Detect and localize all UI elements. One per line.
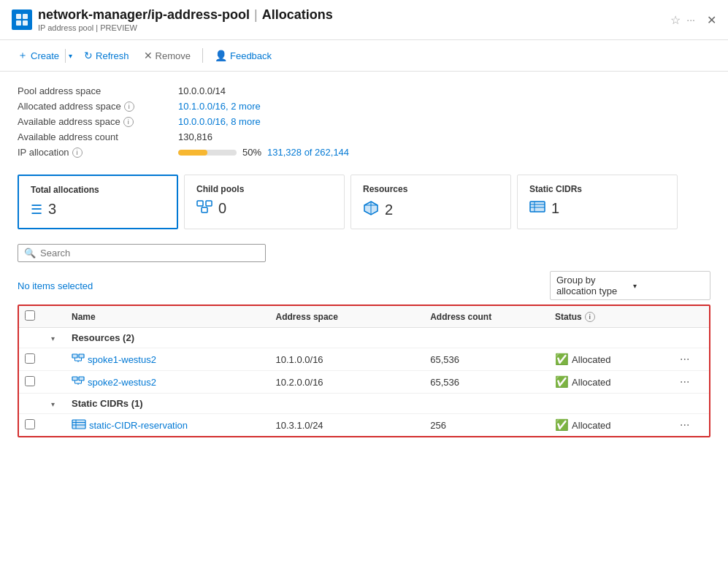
toolbar-separator (202, 48, 203, 63)
vnet-icon (72, 353, 85, 366)
info-section: Pool address space 10.0.0.0/14 Allocated… (0, 72, 728, 166)
more-options-icon[interactable]: ··· (686, 14, 695, 26)
search-icon: 🔍 (24, 248, 36, 259)
card-total-allocations[interactable]: Total allocations ☰ 3 (18, 175, 178, 229)
ip-allocation-row: IP allocation i 50% 131,328 of 262,144 (18, 145, 710, 160)
progress-count: 131,328 of 262,144 (267, 147, 349, 158)
refresh-button[interactable]: ↻ Refresh (78, 47, 135, 64)
row-status-spoke2: ✅ Allocated (555, 375, 674, 388)
col-header-address-count: Address count (430, 312, 549, 322)
row-count-spoke1: 65,536 (430, 354, 549, 365)
group-resources: ▾ Resources (2) (19, 328, 709, 348)
search-box[interactable]: 🔍 (18, 244, 266, 262)
row-checkbox[interactable] (25, 419, 35, 429)
row-actions-static-cidr[interactable]: ··· (680, 418, 703, 432)
remove-button[interactable]: ✕ Remove (138, 47, 196, 64)
card-child-pools-value: 0 (196, 200, 332, 217)
available-info-icon[interactable]: i (123, 117, 134, 127)
col-header-name: Name (72, 312, 270, 322)
ip-allocation-label: IP allocation i (18, 147, 178, 158)
svg-rect-15 (79, 354, 84, 358)
allocations-table: Name Address space Address count Status … (18, 305, 710, 437)
available-address-space-value[interactable]: 10.0.0.0/16, 8 more (178, 116, 261, 127)
svg-rect-1 (23, 14, 28, 19)
allocated-address-space-row: Allocated address space i 10.1.0.0/16, 2… (18, 99, 710, 114)
create-icon: ＋ (18, 49, 28, 62)
col-header-status: Status i (555, 312, 674, 322)
list-icon: ☰ (31, 202, 42, 218)
progress-bar-track (178, 150, 237, 156)
vnet-icon (72, 376, 85, 388)
progress-bar-fill (178, 150, 207, 156)
progress-percent: 50% (242, 147, 261, 158)
status-info-icon[interactable]: i (585, 312, 595, 322)
svg-rect-14 (72, 354, 77, 358)
row-name-static-cidr[interactable]: static-CIDR-reservation (72, 419, 270, 432)
create-button-group: ＋ Create ▾ (12, 46, 75, 65)
card-static-cidrs-title: Static CIDRs (529, 184, 665, 194)
available-address-space-label: Available address space i (18, 116, 178, 127)
remove-icon: ✕ (144, 50, 153, 61)
table-wrap: Name Address space Address count Status … (0, 305, 728, 437)
group-static-cidrs-chevron[interactable]: ▾ (51, 398, 66, 409)
page-header: network-manager/ip-address-pool | Alloca… (0, 0, 728, 40)
row-checkbox[interactable] (25, 353, 35, 364)
row-status-spoke1: ✅ Allocated (555, 353, 674, 366)
title-prefix: network-manager/ip-address-pool (38, 7, 250, 23)
card-total-allocations-title: Total allocations (31, 185, 165, 195)
ip-allocation-info-icon[interactable]: i (72, 148, 83, 158)
available-address-count-row: Available address count 130,816 (18, 129, 710, 145)
table-row: spoke2-westus2 10.2.0.0/16 65,536 ✅ Allo… (19, 371, 709, 394)
row-name-spoke1[interactable]: spoke1-westus2 (72, 353, 270, 366)
table-row: static-CIDR-reservation 10.3.1.0/24 256 … (19, 414, 709, 436)
row-checkbox[interactable] (25, 376, 35, 386)
summary-cards: Total allocations ☰ 3 Child pools 0 Reso… (0, 166, 728, 238)
row-count-spoke2: 65,536 (430, 377, 549, 388)
available-address-count-label: Available address count (18, 131, 178, 142)
row-status-static-cidr: ✅ Allocated (555, 418, 674, 432)
card-child-pools-title: Child pools (196, 184, 332, 194)
create-button[interactable]: ＋ Create (12, 46, 65, 65)
card-child-pools[interactable]: Child pools 0 (184, 175, 345, 229)
row-actions-spoke1[interactable]: ··· (680, 353, 703, 366)
feedback-icon: 👤 (215, 50, 227, 61)
card-total-allocations-value: ☰ 3 (31, 201, 165, 218)
close-icon[interactable]: ✕ (707, 13, 716, 27)
title-group: network-manager/ip-address-pool | Alloca… (38, 7, 664, 32)
available-address-count-value: 130,816 (178, 131, 212, 142)
table-row: spoke1-westus2 10.1.0.0/16 65,536 ✅ Allo… (19, 348, 709, 371)
allocated-address-space-value[interactable]: 10.1.0.0/16, 2 more (178, 101, 261, 112)
row-addr-spoke2: 10.2.0.0/16 (276, 377, 425, 388)
svg-rect-4 (197, 201, 203, 206)
pool-icon (196, 200, 212, 217)
row-count-static-cidr: 256 (430, 420, 549, 431)
pool-address-space-row: Pool address space 10.0.0.0/14 (18, 83, 710, 99)
select-all-checkbox[interactable] (25, 310, 35, 321)
header-check[interactable] (25, 310, 45, 323)
card-resources-title: Resources (363, 184, 499, 194)
status-check-icon: ✅ (555, 353, 569, 366)
svg-rect-21 (79, 377, 84, 380)
card-static-cidrs[interactable]: Static CIDRs 1 (517, 175, 678, 229)
search-row: 🔍 (0, 238, 728, 268)
pool-address-space-value: 10.0.0.0/14 (178, 85, 226, 96)
title-separator: | (254, 7, 258, 23)
group-resources-chevron[interactable]: ▾ (51, 332, 66, 343)
search-input[interactable] (40, 248, 259, 259)
row-actions-spoke2[interactable]: ··· (680, 375, 703, 388)
create-chevron[interactable]: ▾ (65, 49, 75, 63)
feedback-button[interactable]: 👤 Feedback (209, 47, 277, 64)
svg-rect-26 (72, 420, 85, 429)
group-by-dropdown[interactable]: Group by allocation type ▾ (550, 271, 710, 300)
svg-rect-20 (72, 377, 77, 380)
status-check-icon: ✅ (555, 418, 569, 432)
group-by-chevron-icon: ▾ (633, 282, 704, 290)
favorite-icon[interactable]: ☆ (670, 13, 681, 27)
card-resources[interactable]: Resources 2 (350, 175, 511, 229)
svg-rect-0 (16, 14, 21, 19)
allocated-info-icon[interactable]: i (124, 102, 134, 112)
row-name-spoke2[interactable]: spoke2-westus2 (72, 376, 270, 388)
static-cidrs-icon (529, 201, 545, 216)
group-static-cidrs: ▾ Static CIDRs (1) (19, 394, 709, 414)
status-check-icon: ✅ (555, 375, 569, 388)
